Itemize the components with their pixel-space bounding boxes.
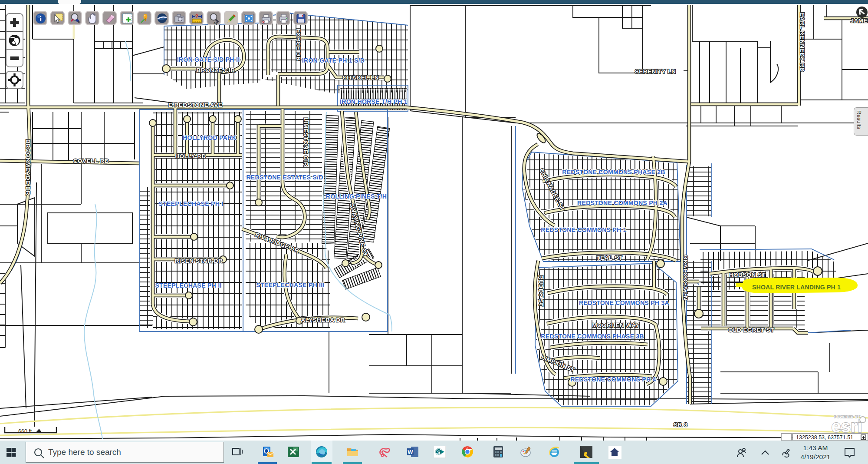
svg-text:ALYSHEBA DR: ALYSHEBA DR	[301, 317, 345, 323]
svg-text:REDSTONE COMMONS PH 3A: REDSTONE COMMONS PH 3A	[579, 299, 669, 306]
svg-text:IRON GATE PH 1 S/D: IRON GATE PH 1 S/D	[302, 57, 365, 64]
svg-text:RISEN STAR DR: RISEN STAR DR	[175, 258, 223, 264]
svg-text:REDSTONE ESTATES S/D: REDSTONE ESTATES S/D	[246, 174, 323, 181]
svg-text:SR 8: SR 8	[674, 421, 687, 428]
svg-text:REDSTONE COMMONS PHASE 2B: REDSTONE COMMONS PHASE 2B	[562, 169, 665, 176]
svg-text:660 ft: 660 ft	[18, 428, 32, 434]
svg-text:esri: esri	[831, 417, 862, 436]
svg-text:OKALOOSA LN: OKALOOSA LN	[682, 255, 689, 301]
svg-text:REDSTONE COMMONS PHASE 3B: REDSTONE COMMONS PHASE 3B	[541, 333, 644, 340]
svg-text:SHOAL RIVER LANDING PH 1: SHOAL RIVER LANDING PH 1	[752, 283, 841, 291]
svg-text:LIMESTONE CIR: LIMESTONE CIR	[302, 118, 309, 166]
svg-text:HOLLY RD: HOLLY RD	[175, 153, 206, 159]
svg-text:OLD EGRET ST: OLD EGRET ST	[728, 327, 774, 333]
svg-text:IRON GATE S/D PH II: IRON GATE S/D PH II	[177, 56, 240, 63]
svg-text:i: i	[39, 15, 42, 23]
svg-text:JAMES: JAMES	[850, 17, 868, 24]
svg-text:MOORHEN WAY: MOORHEN WAY	[592, 322, 639, 328]
svg-text:FORCE DR: FORCE DR	[295, 29, 302, 61]
svg-text:ROLLING PINES T/H: ROLLING PINES T/H	[326, 193, 387, 200]
svg-text:HOBSON ST: HOBSON ST	[729, 272, 766, 278]
svg-text:REDSTONE COMMONS PH 1: REDSTONE COMMONS PH 1	[541, 226, 626, 233]
svg-text:HOLLYROD PARK: HOLLYROD PARK	[183, 134, 237, 141]
svg-text:W: W	[408, 449, 413, 455]
svg-text:TEAL ST: TEAL ST	[596, 255, 622, 261]
svg-text:IRON HORSE T/H PH 1: IRON HORSE T/H PH 1	[340, 98, 408, 105]
svg-text:E REDSTONE AVE: E REDSTONE AVE	[168, 102, 223, 108]
svg-text:REDSTONE COMMONS PH 4: REDSTONE COMMONS PH 4	[570, 376, 656, 383]
svg-text:CITADEL LN: CITADEL LN	[342, 74, 379, 81]
svg-text:REDSTONE COMMONS PH 2A: REDSTONE COMMONS PH 2A	[577, 199, 667, 206]
svg-text:COVELL RD: COVELL RD	[73, 158, 109, 164]
svg-text:BRONZE CIR: BRONZE CIR	[197, 67, 235, 73]
svg-text:STEEPLECHASE PH III: STEEPLECHASE PH III	[256, 282, 324, 288]
svg-text:BROOKMEADE DR: BROOKMEADE DR	[25, 139, 31, 196]
svg-text:RUDDY ST: RUDDY ST	[538, 275, 544, 307]
svg-text:xy: xy	[214, 20, 218, 25]
svg-text:1325238.53, 637571.51: 1325238.53, 637571.51	[796, 434, 853, 441]
svg-text:EARL KENNEDY RD: EARL KENNEDY RD	[799, 13, 806, 72]
svg-text:SERENITY LN: SERENITY LN	[635, 68, 676, 75]
svg-text:S: S	[437, 450, 440, 455]
svg-text:?: ?	[195, 13, 198, 20]
svg-text:STEEPLECHASE PH II: STEEPLECHASE PH II	[155, 282, 221, 289]
svg-text:STEEPLECHASE PH I: STEEPLECHASE PH I	[158, 200, 223, 207]
